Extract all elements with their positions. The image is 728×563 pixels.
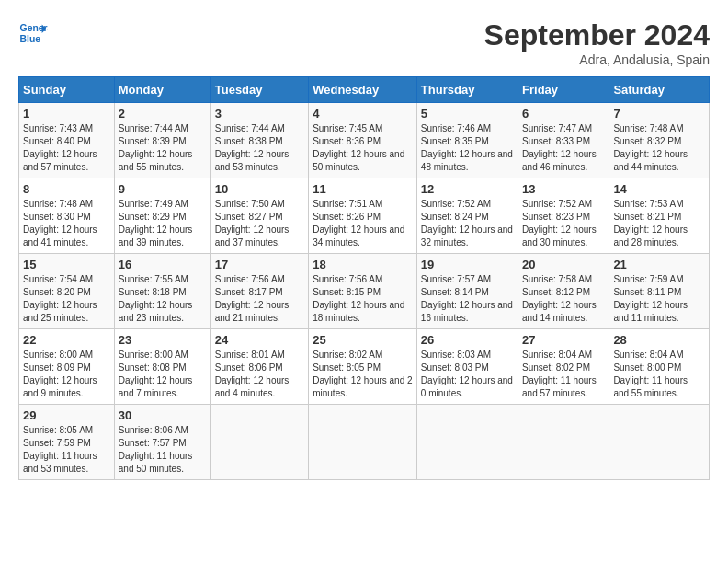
day-header-thursday: Thursday: [416, 77, 518, 103]
day-info: Sunrise: 7:52 AMSunset: 8:24 PMDaylight:…: [421, 198, 514, 249]
calendar-cell: 28 Sunrise: 8:04 AMSunset: 8:00 PMDaylig…: [609, 329, 710, 405]
day-number: 4: [313, 107, 413, 121]
calendar-table: SundayMondayTuesdayWednesdayThursdayFrid…: [18, 76, 710, 480]
day-info: Sunrise: 7:45 AMSunset: 8:36 PMDaylight:…: [313, 122, 413, 174]
calendar-cell: [416, 405, 518, 480]
day-number: 11: [313, 182, 413, 196]
calendar-cell: 18 Sunrise: 7:56 AMSunset: 8:15 PMDaylig…: [309, 254, 417, 329]
calendar-cell: 3 Sunrise: 7:44 AMSunset: 8:38 PMDayligh…: [210, 103, 308, 178]
day-info: Sunrise: 8:04 AMSunset: 8:02 PMDaylight:…: [522, 349, 605, 400]
day-info: Sunrise: 8:00 AMSunset: 8:09 PMDaylight:…: [23, 349, 110, 400]
calendar-cell: 25 Sunrise: 8:02 AMSunset: 8:05 PMDaylig…: [309, 329, 417, 405]
day-number: 8: [23, 182, 110, 196]
calendar-cell: 6 Sunrise: 7:47 AMSunset: 8:33 PMDayligh…: [518, 103, 609, 178]
svg-text:Blue: Blue: [20, 34, 41, 44]
day-info: Sunrise: 7:47 AMSunset: 8:33 PMDaylight:…: [522, 122, 605, 174]
day-info: Sunrise: 7:50 AMSunset: 8:27 PMDaylight:…: [215, 198, 304, 249]
calendar-cell: [518, 405, 609, 480]
day-number: 12: [421, 182, 514, 196]
day-info: Sunrise: 7:44 AMSunset: 8:38 PMDaylight:…: [215, 122, 304, 174]
day-number: 7: [613, 107, 705, 121]
day-info: Sunrise: 7:48 AMSunset: 8:32 PMDaylight:…: [613, 122, 705, 174]
calendar-cell: 22 Sunrise: 8:00 AMSunset: 8:09 PMDaylig…: [19, 329, 115, 405]
calendar-week-5: 29 Sunrise: 8:05 AMSunset: 7:59 PMDaylig…: [19, 405, 710, 480]
day-info: Sunrise: 7:54 AMSunset: 8:20 PMDaylight:…: [23, 273, 110, 325]
calendar-cell: 7 Sunrise: 7:48 AMSunset: 8:32 PMDayligh…: [609, 103, 710, 178]
calendar-cell: 12 Sunrise: 7:52 AMSunset: 8:24 PMDaylig…: [416, 178, 518, 254]
day-header-tuesday: Tuesday: [210, 77, 308, 103]
location-subtitle: Adra, Andalusia, Spain: [484, 52, 710, 67]
logo: General Blue: [18, 18, 48, 48]
calendar-cell: 17 Sunrise: 7:56 AMSunset: 8:17 PMDaylig…: [210, 254, 308, 329]
calendar-week-1: 1 Sunrise: 7:43 AMSunset: 8:40 PMDayligh…: [19, 103, 710, 178]
day-info: Sunrise: 8:04 AMSunset: 8:00 PMDaylight:…: [613, 349, 705, 400]
calendar-cell: 2 Sunrise: 7:44 AMSunset: 8:39 PMDayligh…: [114, 103, 210, 178]
day-number: 29: [23, 408, 110, 422]
day-number: 24: [215, 333, 304, 347]
calendar-cell: 9 Sunrise: 7:49 AMSunset: 8:29 PMDayligh…: [114, 178, 210, 254]
day-number: 9: [119, 182, 207, 196]
month-title: September 2024: [484, 18, 710, 52]
day-number: 14: [613, 182, 705, 196]
day-number: 23: [119, 333, 207, 347]
calendar-cell: 4 Sunrise: 7:45 AMSunset: 8:36 PMDayligh…: [309, 103, 417, 178]
day-number: 15: [23, 258, 110, 271]
calendar-cell: 14 Sunrise: 7:53 AMSunset: 8:21 PMDaylig…: [609, 178, 710, 254]
calendar-cell: [210, 405, 308, 480]
day-header-sunday: Sunday: [19, 77, 115, 103]
calendar-cell: 26 Sunrise: 8:03 AMSunset: 8:03 PMDaylig…: [416, 329, 518, 405]
day-number: 22: [23, 333, 110, 347]
day-info: Sunrise: 7:51 AMSunset: 8:26 PMDaylight:…: [313, 198, 413, 249]
calendar-week-3: 15 Sunrise: 7:54 AMSunset: 8:20 PMDaylig…: [19, 254, 710, 329]
day-number: 18: [313, 258, 413, 271]
calendar-cell: 24 Sunrise: 8:01 AMSunset: 8:06 PMDaylig…: [210, 329, 308, 405]
calendar-cell: 19 Sunrise: 7:57 AMSunset: 8:14 PMDaylig…: [416, 254, 518, 329]
calendar-cell: [309, 405, 417, 480]
calendar-week-4: 22 Sunrise: 8:00 AMSunset: 8:09 PMDaylig…: [19, 329, 710, 405]
calendar-cell: 15 Sunrise: 7:54 AMSunset: 8:20 PMDaylig…: [19, 254, 115, 329]
day-info: Sunrise: 7:52 AMSunset: 8:23 PMDaylight:…: [522, 198, 605, 249]
day-header-friday: Friday: [518, 77, 609, 103]
day-number: 5: [421, 107, 514, 121]
day-number: 20: [522, 258, 605, 271]
day-info: Sunrise: 7:59 AMSunset: 8:11 PMDaylight:…: [613, 273, 705, 325]
day-number: 6: [522, 107, 605, 121]
calendar-cell: 16 Sunrise: 7:55 AMSunset: 8:18 PMDaylig…: [114, 254, 210, 329]
day-number: 27: [522, 333, 605, 347]
calendar-cell: 20 Sunrise: 7:58 AMSunset: 8:12 PMDaylig…: [518, 254, 609, 329]
day-info: Sunrise: 7:48 AMSunset: 8:30 PMDaylight:…: [23, 198, 110, 249]
calendar-cell: 11 Sunrise: 7:51 AMSunset: 8:26 PMDaylig…: [309, 178, 417, 254]
day-header-saturday: Saturday: [609, 77, 710, 103]
day-info: Sunrise: 8:01 AMSunset: 8:06 PMDaylight:…: [215, 349, 304, 400]
day-info: Sunrise: 7:58 AMSunset: 8:12 PMDaylight:…: [522, 273, 605, 325]
calendar-cell: 10 Sunrise: 7:50 AMSunset: 8:27 PMDaylig…: [210, 178, 308, 254]
day-info: Sunrise: 7:43 AMSunset: 8:40 PMDaylight:…: [23, 122, 110, 174]
day-info: Sunrise: 7:44 AMSunset: 8:39 PMDaylight:…: [119, 122, 207, 174]
day-number: 1: [23, 107, 110, 121]
day-number: 17: [215, 258, 304, 271]
title-block: September 2024 Adra, Andalusia, Spain: [484, 18, 710, 67]
calendar-cell: 13 Sunrise: 7:52 AMSunset: 8:23 PMDaylig…: [518, 178, 609, 254]
day-info: Sunrise: 7:49 AMSunset: 8:29 PMDaylight:…: [119, 198, 207, 249]
day-info: Sunrise: 8:02 AMSunset: 8:05 PMDaylight:…: [313, 349, 413, 400]
day-info: Sunrise: 7:46 AMSunset: 8:35 PMDaylight:…: [421, 122, 514, 174]
calendar-week-2: 8 Sunrise: 7:48 AMSunset: 8:30 PMDayligh…: [19, 178, 710, 254]
day-header-wednesday: Wednesday: [309, 77, 417, 103]
calendar-cell: 30 Sunrise: 8:06 AMSunset: 7:57 PMDaylig…: [114, 405, 210, 480]
day-info: Sunrise: 7:56 AMSunset: 8:15 PMDaylight:…: [313, 273, 413, 325]
day-number: 16: [119, 258, 207, 271]
day-info: Sunrise: 7:55 AMSunset: 8:18 PMDaylight:…: [119, 273, 207, 325]
logo-icon: General Blue: [18, 18, 48, 48]
day-number: 30: [119, 408, 207, 422]
day-number: 19: [421, 258, 514, 271]
day-number: 10: [215, 182, 304, 196]
page-header: General Blue September 2024 Adra, Andalu…: [18, 18, 710, 67]
day-header-monday: Monday: [114, 77, 210, 103]
day-info: Sunrise: 8:00 AMSunset: 8:08 PMDaylight:…: [119, 349, 207, 400]
day-info: Sunrise: 8:05 AMSunset: 7:59 PMDaylight:…: [23, 424, 110, 476]
calendar-cell: 21 Sunrise: 7:59 AMSunset: 8:11 PMDaylig…: [609, 254, 710, 329]
day-number: 26: [421, 333, 514, 347]
calendar-cell: 27 Sunrise: 8:04 AMSunset: 8:02 PMDaylig…: [518, 329, 609, 405]
calendar-cell: 23 Sunrise: 8:00 AMSunset: 8:08 PMDaylig…: [114, 329, 210, 405]
day-number: 25: [313, 333, 413, 347]
